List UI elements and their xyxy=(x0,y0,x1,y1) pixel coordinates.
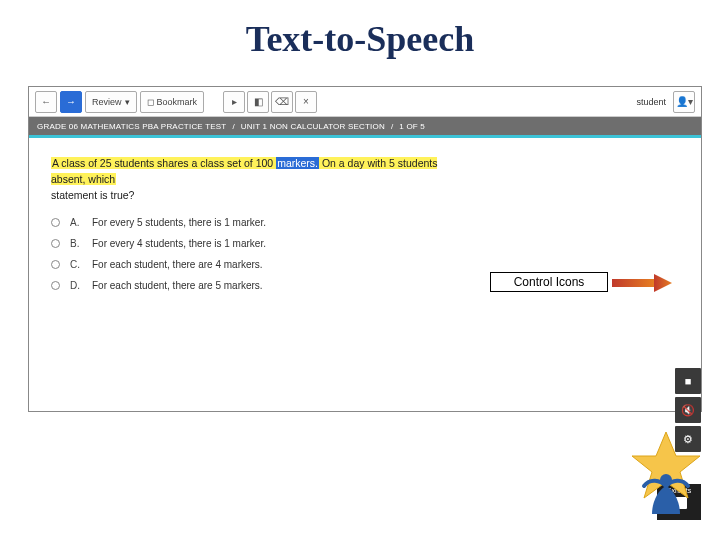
control-icons-callout: Control Icons xyxy=(490,272,608,292)
selected-word: markers. xyxy=(276,157,319,169)
crumb-sep: / xyxy=(232,122,234,131)
bookmark-button[interactable]: ◻ Bookmark xyxy=(140,91,205,113)
stem-line2: statement is true? xyxy=(51,189,134,201)
option-c[interactable]: C. For each student, there are 4 markers… xyxy=(51,259,683,270)
tts-stop-button[interactable]: ■ xyxy=(675,368,701,394)
option-b[interactable]: B. For every 4 students, there is 1 mark… xyxy=(51,238,683,249)
bookmark-label: Bookmark xyxy=(157,97,198,107)
prev-button[interactable]: ← xyxy=(35,91,57,113)
app-frame: ← → Review ▾ ◻ Bookmark ▸ ◧ ⌫ × student … xyxy=(28,86,702,412)
option-letter: C. xyxy=(70,259,82,270)
stop-icon: ■ xyxy=(685,375,692,387)
user-label: student xyxy=(636,97,666,107)
close-tool[interactable]: × xyxy=(295,91,317,113)
radio-icon[interactable] xyxy=(51,281,60,290)
option-text: For every 5 students, there is 1 marker. xyxy=(92,217,266,228)
pointer-icon: ▸ xyxy=(232,96,237,107)
stem-pre: A class of 25 students shares a class se… xyxy=(52,157,273,169)
next-button[interactable]: → xyxy=(60,91,82,113)
question-stem: A class of 25 students shares a class se… xyxy=(51,156,471,203)
radio-icon[interactable] xyxy=(51,239,60,248)
crumb-progress: 1 OF 5 xyxy=(399,122,425,131)
option-letter: B. xyxy=(70,238,82,249)
callout-arrow xyxy=(612,274,672,292)
option-text: For each student, there are 5 markers. xyxy=(92,280,263,291)
user-icon: 👤 xyxy=(676,96,688,107)
eraser-icon: ⌫ xyxy=(275,96,289,107)
crumb-unit: UNIT 1 NON CALCULATOR SECTION xyxy=(241,122,385,131)
option-a[interactable]: A. For every 5 students, there is 1 mark… xyxy=(51,217,683,228)
bookmark-icon: ◻ xyxy=(147,97,154,107)
volume-icon: 🔇 xyxy=(681,404,695,417)
radio-icon[interactable] xyxy=(51,260,60,269)
crumb-test: GRADE 06 MATHEMATICS PBA PRACTICE TEST xyxy=(37,122,226,131)
option-letter: D. xyxy=(70,280,82,291)
flag-icon: ◧ xyxy=(254,96,263,107)
breadcrumb: GRADE 06 MATHEMATICS PBA PRACTICE TEST /… xyxy=(29,117,701,135)
highlighted-text: A class of 25 students shares a class se… xyxy=(51,157,437,185)
review-label: Review xyxy=(92,97,122,107)
option-text: For every 4 students, there is 1 marker. xyxy=(92,238,266,249)
chevron-down-icon: ▾ xyxy=(688,96,693,107)
option-text: For each student, there are 4 markers. xyxy=(92,259,263,270)
user-menu[interactable]: 👤 ▾ xyxy=(673,91,695,113)
slide-title: Text-to-Speech xyxy=(0,0,720,60)
eraser-tool[interactable]: ⌫ xyxy=(271,91,293,113)
option-letter: A. xyxy=(70,217,82,228)
tts-volume-button[interactable]: 🔇 xyxy=(675,397,701,423)
svg-marker-1 xyxy=(654,274,672,292)
star-person-logo xyxy=(630,430,702,516)
svg-rect-0 xyxy=(612,279,654,287)
crumb-sep: / xyxy=(391,122,393,131)
tool-cluster: ▸ ◧ ⌫ × xyxy=(223,91,317,113)
flag-tool[interactable]: ◧ xyxy=(247,91,269,113)
radio-icon[interactable] xyxy=(51,218,60,227)
pointer-tool[interactable]: ▸ xyxy=(223,91,245,113)
toolbar: ← → Review ▾ ◻ Bookmark ▸ ◧ ⌫ × student … xyxy=(29,87,701,117)
review-button[interactable]: Review ▾ xyxy=(85,91,137,113)
chevron-down-icon: ▾ xyxy=(125,97,130,107)
